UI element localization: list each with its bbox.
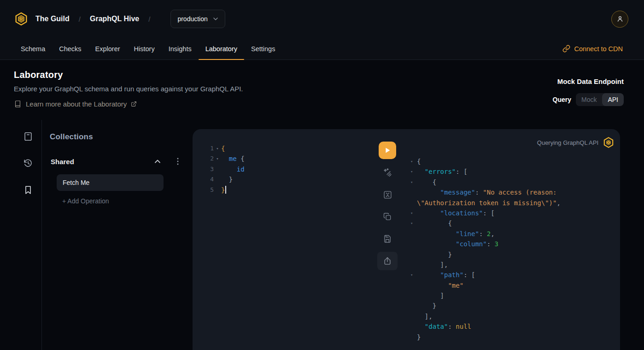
- tab-schema[interactable]: Schema: [14, 38, 52, 59]
- response-line: "me": [410, 280, 561, 291]
- line-number: 5: [208, 185, 214, 195]
- fold-spacer: [214, 164, 221, 174]
- page-header: Laboratory Explore your GraphQL schema a…: [0, 60, 644, 120]
- collapse-group-button[interactable]: [153, 157, 162, 166]
- tab-checks[interactable]: Checks: [52, 38, 88, 59]
- line-number: 1: [208, 143, 214, 154]
- api-option-button[interactable]: API: [602, 93, 624, 106]
- editor-line[interactable]: 4 }: [208, 174, 245, 184]
- hive-logo-small-icon: [603, 136, 615, 148]
- fold-toggle-icon[interactable]: ▾: [410, 177, 417, 187]
- fold-toggle-icon[interactable]: ▾: [410, 208, 417, 218]
- fold-spacer: [410, 321, 417, 332]
- fold-spacer: [410, 291, 417, 301]
- target-selector-value: production: [177, 15, 207, 23]
- merge-fragments-button[interactable]: [377, 185, 398, 204]
- breadcrumb-separator: /: [79, 15, 81, 23]
- page-title: Laboratory: [14, 70, 623, 80]
- response-line: ],: [410, 311, 561, 321]
- brand-row: The Guild / GraphQL Hive / production: [0, 0, 644, 38]
- docs-icon: [23, 131, 33, 142]
- response-line: ▾ "errors": [: [410, 166, 561, 177]
- connect-cdn-link[interactable]: Connect to CDN: [562, 38, 623, 59]
- fold-toggle-icon[interactable]: ▾: [410, 218, 417, 228]
- query-editor[interactable]: 1▾{2▾ me {3 id4 }5}: [208, 143, 245, 195]
- response-header: Querying GraphQL API: [537, 136, 615, 148]
- collection-group-label: Shared: [51, 158, 74, 166]
- fold-spacer: [410, 260, 417, 270]
- response-line: ▾{: [410, 156, 561, 166]
- nav-tabs: SchemaChecksExplorerHistoryInsightsLabor…: [14, 38, 282, 59]
- play-icon: [383, 146, 392, 154]
- org-breadcrumb-link[interactable]: The Guild: [35, 15, 70, 23]
- fold-toggle-icon[interactable]: ▾: [214, 143, 221, 154]
- fold-toggle-icon[interactable]: ▾: [410, 166, 417, 177]
- history-plugin-button[interactable]: [23, 158, 33, 168]
- editor-line[interactable]: 1▾{: [208, 143, 245, 154]
- plugin-rail: [0, 120, 42, 350]
- group-menu-button[interactable]: [174, 157, 181, 166]
- person-icon: [616, 15, 624, 23]
- share-operation-button[interactable]: [377, 252, 398, 270]
- collections-plugin-button[interactable]: [23, 185, 33, 195]
- copy-query-button[interactable]: [377, 208, 398, 226]
- response-line: }: [410, 301, 561, 311]
- response-line: }: [410, 249, 561, 260]
- tab-explorer[interactable]: Explorer: [88, 38, 127, 59]
- connect-cdn-label: Connect to CDN: [574, 45, 623, 53]
- chevron-up-icon: [153, 157, 162, 166]
- user-avatar-button[interactable]: [611, 11, 628, 28]
- breadcrumb-separator: /: [148, 15, 150, 23]
- operation-list: Fetch Me: [50, 174, 181, 191]
- execute-query-button[interactable]: [379, 142, 396, 159]
- project-breadcrumb-link[interactable]: GraphQL Hive: [90, 15, 139, 23]
- merge-icon: [383, 190, 392, 200]
- fold-toggle-icon[interactable]: ▾: [410, 270, 417, 280]
- response-line: ],: [410, 260, 561, 270]
- fold-spacer: [410, 239, 417, 249]
- share-icon: [383, 256, 392, 266]
- endpoint-segmented-control: Mock API: [576, 93, 624, 106]
- prettify-button[interactable]: [377, 163, 398, 182]
- tab-history[interactable]: History: [127, 38, 162, 59]
- fold-spacer: [410, 198, 417, 208]
- chevron-down-icon: [212, 15, 219, 23]
- tab-settings[interactable]: Settings: [244, 38, 282, 59]
- kebab-menu-icon: [174, 157, 181, 166]
- save-icon: [383, 234, 392, 243]
- response-line: ▾ {: [410, 177, 561, 187]
- graphiql-panel: 1▾{2▾ me {3 id4 }5}: [193, 129, 620, 350]
- learn-more-link[interactable]: Learn more about the Laboratory: [14, 100, 137, 108]
- tab-insights[interactable]: Insights: [162, 38, 199, 59]
- hive-logo-icon[interactable]: [14, 12, 29, 26]
- bookmark-icon: [23, 185, 33, 195]
- mock-endpoint-title: Mock Data Endpoint: [553, 77, 624, 85]
- fold-spacer: [410, 311, 417, 321]
- tab-laboratory[interactable]: Laboratory: [199, 38, 244, 59]
- collection-group-row[interactable]: Shared: [50, 157, 181, 166]
- operation-item[interactable]: Fetch Me: [57, 174, 164, 191]
- book-icon: [14, 100, 22, 108]
- collections-panel: Collections Shared Fetch Me + Add Operat…: [42, 120, 193, 350]
- target-selector[interactable]: production: [170, 10, 225, 28]
- editor-line[interactable]: 3 id: [208, 164, 245, 174]
- external-link-icon: [131, 101, 137, 107]
- link-icon: [562, 45, 570, 53]
- save-operation-button[interactable]: [377, 230, 398, 248]
- response-line: ▾ {: [410, 218, 561, 228]
- editor-line[interactable]: 5}: [208, 185, 245, 195]
- editor-line[interactable]: 2▾ me {: [208, 154, 245, 164]
- response-line: "message": "No access (reason:: [410, 187, 561, 197]
- fold-toggle-icon[interactable]: ▾: [410, 156, 417, 166]
- response-status-label: Querying GraphQL API: [537, 139, 598, 146]
- fold-spacer: [410, 229, 417, 239]
- add-operation-button[interactable]: + Add Operation: [62, 197, 109, 205]
- fold-toggle-icon[interactable]: ▾: [214, 154, 221, 164]
- docs-plugin-button[interactable]: [23, 131, 33, 142]
- app-header: The Guild / GraphQL Hive / production Sc…: [0, 0, 644, 60]
- fold-spacer: [410, 301, 417, 311]
- page-subtitle: Explore your GraphQL schema and run quer…: [14, 85, 623, 93]
- history-icon: [23, 158, 33, 168]
- mock-option-button[interactable]: Mock: [576, 93, 602, 106]
- line-number: 2: [208, 154, 214, 164]
